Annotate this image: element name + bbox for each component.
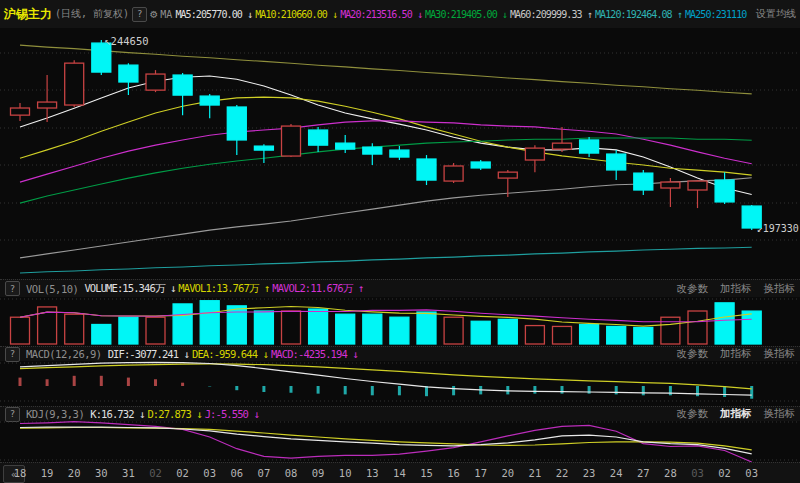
date-label: 03 xyxy=(689,467,707,479)
date-label: 20 xyxy=(499,467,517,479)
date-label: 17 xyxy=(472,467,490,479)
kdj-button-2[interactable]: 加指标 xyxy=(720,407,752,421)
kdj-buttons: 改参数加指标换指标 xyxy=(677,407,796,421)
macd-legend-item: DEA:-959.644 ↓ xyxy=(192,348,268,360)
date-label: 21 xyxy=(526,467,544,479)
instrument-name: 沪锡主力 xyxy=(4,6,52,23)
gear-icon[interactable]: ⚙ xyxy=(150,7,157,21)
date-label: 22 xyxy=(553,467,571,479)
macd-legend-item: DIF:-3077.241 ↓ xyxy=(108,348,189,360)
kdj-indicator-name[interactable]: KDJ(9,3,3) xyxy=(26,408,84,420)
vol-legend-item: MAVOL1:13.767万 ↑ xyxy=(178,282,269,296)
date-label: 09 xyxy=(309,467,327,479)
vol-legend-item: MAVOL2:11.676万 ↑ xyxy=(272,282,363,296)
volume-chart[interactable] xyxy=(0,297,800,345)
kdj-legend: K:16.732 ↓D:27.873 ↓J:-5.550 ↓ xyxy=(90,408,262,420)
macd-indicator-name[interactable]: MACD(12,26,9) xyxy=(26,348,102,360)
vol-panel-header: ? VOL(5,10) VOLUME:15.346万 ↓MAVOL1:13.76… xyxy=(0,279,800,297)
date-label: 02 xyxy=(147,467,165,479)
macd-buttons: 改参数加指标换指标 xyxy=(677,347,796,361)
ma-legend-item: MA10:210660.00 ↓ xyxy=(255,9,337,20)
ma-legend: MA5:205770.00 ↓MA10:210660.00 ↓MA20:2135… xyxy=(175,9,749,20)
svg-text:↙197330: ↙197330 xyxy=(757,223,799,234)
ma-legend-item: MA250:231110 xyxy=(685,9,746,20)
ma-legend-item: MA60:209999.33 ↑ xyxy=(510,9,592,20)
date-label: 20 xyxy=(65,467,83,479)
vol-button-2[interactable]: 加指标 xyxy=(720,282,752,296)
kdj-chart[interactable] xyxy=(0,421,800,462)
date-label: 02 xyxy=(716,467,734,479)
macd-button-3[interactable]: 换指标 xyxy=(764,347,796,361)
trading-app: 沪锡主力 (日线, 前复权) ? ⚙ MA MA5:205770.00 ↓MA1… xyxy=(0,0,800,483)
ma-legend-item: MA30:219405.00 ↓ xyxy=(425,9,507,20)
date-label: 02 xyxy=(174,467,192,479)
main-candle-chart[interactable]: ↖244650↙197330 xyxy=(0,28,800,276)
ma-settings-button[interactable]: 设置均线 xyxy=(756,7,796,21)
ma-legend-item: MA5:205770.00 ↓ xyxy=(175,9,252,20)
vol-button-1[interactable]: 改参数 xyxy=(677,282,709,296)
date-label: 03 xyxy=(743,467,761,479)
vol-button-3[interactable]: 换指标 xyxy=(764,282,796,296)
kdj-legend-item: J:-5.550 ↓ xyxy=(205,408,259,420)
ma-legend-item: MA20:213516.50 ↓ xyxy=(340,9,422,20)
date-label: 08 xyxy=(282,467,300,479)
ma-toggle[interactable]: MA xyxy=(160,9,172,20)
top-bar: 沪锡主力 (日线, 前复权) ? ⚙ MA MA5:205770.00 ↓MA1… xyxy=(0,0,800,28)
vol-indicator-name[interactable]: VOL(5,10) xyxy=(26,283,78,295)
date-label: 28 xyxy=(661,467,679,479)
date-label: 18 xyxy=(11,467,29,479)
date-label: 16 xyxy=(445,467,463,479)
svg-text:↖244650: ↖244650 xyxy=(104,35,148,47)
date-label: 30 xyxy=(92,467,110,479)
kdj-button-1[interactable]: 改参数 xyxy=(677,407,709,421)
macd-legend: DIF:-3077.241 ↓DEA:-959.644 ↓MACD:-4235.… xyxy=(108,348,361,360)
help-icon[interactable]: ? xyxy=(132,7,147,22)
date-label: 13 xyxy=(363,467,381,479)
vol-legend-item: VOLUME:15.346万 ↓ xyxy=(84,282,175,296)
date-label: 31 xyxy=(119,467,137,479)
date-label: 19 xyxy=(38,467,56,479)
macd-help-icon[interactable]: ? xyxy=(5,347,20,362)
kdj-help-icon[interactable]: ? xyxy=(5,407,20,422)
ma-legend-item: MA120:192464.08 ↑ xyxy=(595,9,682,20)
period-label: (日线, 前复权) xyxy=(55,7,129,21)
date-label: 03 xyxy=(201,467,219,479)
date-label: 07 xyxy=(255,467,273,479)
macd-panel-header: ? MACD(12,26,9) DIF:-3077.241 ↓DEA:-959.… xyxy=(0,346,800,361)
kdj-button-3[interactable]: 换指标 xyxy=(764,407,796,421)
kdj-legend-item: K:16.732 ↓ xyxy=(90,408,144,420)
macd-button-2[interactable]: 加指标 xyxy=(720,347,752,361)
date-label: 15 xyxy=(418,467,436,479)
vol-help-icon[interactable]: ? xyxy=(5,281,20,296)
date-label: 23 xyxy=(580,467,598,479)
date-label: 27 xyxy=(634,467,652,479)
date-label: 14 xyxy=(390,467,408,479)
date-axis: « 18192030310202030607080910131415161720… xyxy=(0,462,800,483)
date-label: 06 xyxy=(228,467,246,479)
kdj-panel-header: ? KDJ(9,3,3) K:16.732 ↓D:27.873 ↓J:-5.55… xyxy=(0,406,800,421)
macd-chart[interactable] xyxy=(0,361,800,404)
macd-legend-item: MACD:-4235.194 ↓ xyxy=(271,348,358,360)
macd-button-1[interactable]: 改参数 xyxy=(677,347,709,361)
kdj-legend-item: D:27.873 ↓ xyxy=(147,408,201,420)
vol-legend: VOLUME:15.346万 ↓MAVOL1:13.767万 ↑MAVOL2:1… xyxy=(84,282,366,296)
vol-buttons: 改参数加指标换指标 xyxy=(677,282,796,296)
date-label: 24 xyxy=(607,467,625,479)
date-label: 10 xyxy=(336,467,354,479)
